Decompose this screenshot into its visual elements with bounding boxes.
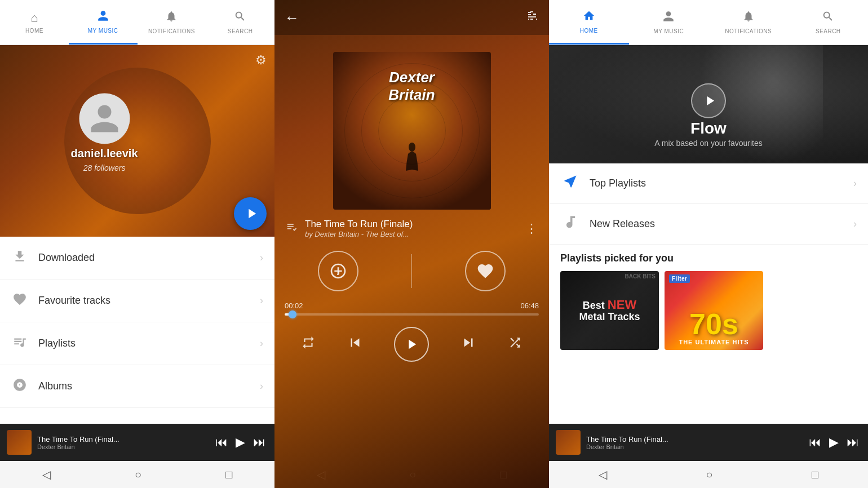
progress-track[interactable] — [285, 313, 539, 316]
sys-back-btn-right[interactable]: ◁ — [599, 468, 607, 481]
player-back-button[interactable]: ← — [285, 9, 299, 26]
home-icon: ⌂ — [30, 11, 38, 25]
albums-label: Albums — [38, 380, 250, 392]
sys-back-btn-left[interactable]: ◁ — [42, 468, 51, 481]
track-info: The Time To Run (Finale) by Dexter Brita… — [274, 210, 549, 243]
bottom-thumb-left — [7, 430, 32, 455]
track-more-button[interactable]: ⋮ — [525, 221, 538, 236]
repeat-button[interactable] — [301, 335, 316, 354]
nav-home-label: HOME — [25, 28, 43, 34]
albums-icon — [11, 378, 28, 396]
search-icon-left — [234, 10, 246, 26]
bottom-info-right: The Time To Run (Final... Dexter Britain — [586, 435, 801, 450]
new-releases-row[interactable]: New Releases › — [549, 204, 868, 245]
avatar[interactable] — [79, 93, 130, 144]
download-icon — [11, 249, 28, 267]
playlists-label: Playlists — [38, 338, 250, 349]
sys-recents-btn-left[interactable]: □ — [225, 468, 232, 481]
total-time: 06:48 — [520, 301, 539, 310]
play-pause-btn-left[interactable]: ▶ — [233, 433, 247, 452]
nav-my-music-label: MY MUSIC — [88, 28, 118, 34]
playlists-section-title: Playlists picked for you — [549, 245, 868, 269]
time-row: 00:02 06:48 — [285, 301, 539, 310]
sys-nav-left: ◁ ○ □ — [0, 461, 274, 488]
hero-section: ⚙ daniel.leevik 28 followers — [0, 45, 274, 237]
favourite-button[interactable] — [465, 251, 506, 291]
playlist-card-metal[interactable]: BACK BITS Best NEWMetal Tracks — [560, 271, 659, 350]
track-subtitle: by Dexter Britain - The Best of... — [305, 230, 519, 238]
flow-section: Flow A mix based on your favourites — [549, 45, 868, 163]
action-buttons: ♪ — [274, 243, 549, 299]
search-icon-right — [822, 10, 834, 26]
nav-home[interactable]: ⌂ HOME — [0, 0, 69, 45]
hero-play-button[interactable] — [234, 197, 267, 230]
heart-icon — [11, 292, 28, 310]
add-to-queue-button[interactable]: ♪ — [318, 251, 358, 291]
progress-thumb — [289, 310, 296, 318]
menu-list: Downloaded › Favourite tracks › Playlist… — [0, 237, 274, 424]
sys-nav-right: ◁ ○ □ — [549, 461, 868, 488]
top-playlists-icon — [560, 174, 581, 193]
skip-forward-btn-right[interactable]: ⏭ — [844, 433, 861, 452]
svg-text:♪: ♪ — [336, 268, 340, 277]
play-pause-center-button[interactable] — [394, 327, 429, 362]
album-art-title: Dexter Britain — [373, 69, 451, 104]
skip-forward-btn-left[interactable]: ⏭ — [251, 433, 268, 452]
nav-notifications-left[interactable]: NOTIFICATIONS — [138, 0, 206, 45]
flow-title: Flow — [549, 119, 868, 137]
top-playlists-label: Top Playlists — [590, 178, 844, 189]
70s-subtitle: THE ULTIMATE HITS — [679, 339, 749, 345]
top-playlists-row[interactable]: Top Playlists › — [549, 163, 868, 204]
flow-play-button[interactable] — [691, 83, 726, 118]
bottom-thumb-right — [556, 430, 581, 455]
username-label: daniel.leevik — [71, 147, 138, 160]
bottom-info-left: The Time To Run (Final... Dexter Britain — [37, 435, 207, 450]
nav-bar-right: HOME MY MUSIC NOTIFICATIONS SEARCH — [549, 0, 868, 45]
sys-recents-btn-right[interactable]: □ — [812, 468, 818, 481]
menu-item-albums[interactable]: Albums › — [0, 365, 274, 408]
player-equalizer-button[interactable] — [525, 9, 539, 26]
skip-forward-button[interactable] — [460, 334, 477, 355]
nav-search-left[interactable]: SEARCH — [206, 0, 274, 45]
new-releases-icon — [560, 214, 581, 234]
menu-item-favourite-tracks[interactable]: Favourite tracks › — [0, 280, 274, 322]
playlists-arrow: › — [260, 338, 263, 349]
favourite-tracks-label: Favourite tracks — [38, 295, 250, 307]
sys-home-btn-right[interactable]: ○ — [706, 468, 712, 481]
skip-back-btn-right[interactable]: ⏮ — [807, 433, 823, 452]
favourite-arrow: › — [260, 295, 263, 307]
queue-icon — [286, 221, 298, 236]
nav-my-music-right[interactable]: MY MUSIC — [629, 0, 709, 45]
bottom-player-right: The Time To Run (Final... Dexter Britain… — [549, 424, 868, 461]
nav-bar-left: ⌂ HOME MY MUSIC NOTIFICATIONS SEARCH — [0, 0, 274, 45]
notifications-icon-right — [742, 10, 755, 26]
current-time: 00:02 — [285, 301, 303, 310]
track-title: The Time To Run (Finale) — [305, 219, 519, 230]
downloaded-arrow: › — [260, 252, 263, 264]
settings-button[interactable]: ⚙ — [255, 53, 267, 68]
bottom-player-left: The Time To Run (Final... Dexter Britain… — [0, 424, 274, 461]
home-icon-right — [583, 10, 595, 25]
nav-my-music[interactable]: MY MUSIC — [69, 0, 138, 45]
skip-back-btn-left[interactable]: ⏮ — [213, 433, 230, 452]
divider-center — [411, 254, 412, 288]
playlist-card-70s[interactable]: Filter 70s THE ULTIMATE HITS — [665, 271, 763, 350]
playlists-icon — [11, 335, 28, 353]
nav-search-label-right: SEARCH — [816, 28, 841, 34]
track-text-block: The Time To Run (Finale) by Dexter Brita… — [305, 219, 519, 238]
skip-back-button[interactable] — [347, 334, 364, 355]
menu-item-downloaded[interactable]: Downloaded › — [0, 237, 274, 280]
menu-item-playlists[interactable]: Playlists › — [0, 322, 274, 365]
new-releases-arrow: › — [853, 218, 857, 230]
metal-backbits-tag: BACK BITS — [625, 273, 656, 280]
shuffle-button[interactable] — [508, 335, 522, 354]
bottom-controls-right: ⏮ ▶ ⏭ — [807, 433, 861, 452]
nav-search-right[interactable]: SEARCH — [789, 0, 869, 45]
sys-home-btn-left[interactable]: ○ — [135, 468, 141, 481]
play-pause-btn-right[interactable]: ▶ — [827, 433, 841, 452]
nav-notifications-right[interactable]: NOTIFICATIONS — [708, 0, 789, 45]
flow-text-area: Flow A mix based on your favourites — [549, 119, 868, 148]
metal-card-text: Best NEWMetal Tracks — [574, 294, 644, 327]
nav-home-right[interactable]: HOME — [549, 0, 629, 45]
bottom-controls-left: ⏮ ▶ ⏭ — [213, 433, 268, 452]
